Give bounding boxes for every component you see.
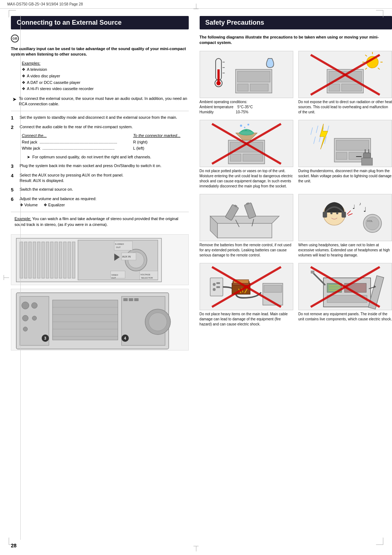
left-column: Connecting to an External Source GB The … (11, 16, 189, 351)
svg-point-40 (22, 302, 29, 309)
diagram-item-thunder: During thunderstorms, disconnect the mai… (298, 120, 392, 189)
rear-panel-svg: S-VIDEO OUT AUX IN VIDEO OUT VOLTAGE SEL… (11, 235, 188, 285)
svg-rect-2 (24, 242, 27, 278)
step-num-2: 2 (11, 124, 17, 160)
svg-rect-53 (237, 71, 270, 82)
example-text-2: A video disc player (27, 73, 60, 80)
bullet-equalizer: ❖ Equalizer (44, 202, 65, 208)
divider-1 (11, 111, 189, 111)
svg-rect-8 (50, 242, 53, 278)
svg-text:AUX IN: AUX IN (122, 255, 131, 258)
step-content-4: Select the AUX source by pressing AUX on… (20, 173, 189, 184)
svg-rect-54 (237, 84, 248, 91)
svg-rect-11 (64, 242, 66, 278)
example-label: Example: (15, 216, 31, 221)
table-row-red: Red jack ...............................… (20, 139, 189, 145)
svg-point-41 (23, 315, 28, 321)
svg-rect-46 (129, 298, 133, 301)
step-note-arrow: ➤ (27, 154, 30, 160)
crosshair-bottom (193, 546, 199, 551)
svg-text:4: 4 (124, 336, 126, 340)
svg-point-82 (240, 125, 242, 127)
header-text: MAX-DS750 GB-25~34 9/19/04 10:58 Page 28 (7, 2, 83, 6)
svg-rect-17 (114, 241, 132, 250)
front-panel-diagram: 3 4 (11, 289, 189, 351)
svg-point-123 (213, 283, 216, 286)
svg-rect-31 (53, 300, 118, 340)
svg-rect-88 (336, 140, 369, 150)
step-num-3: 3 (11, 163, 17, 170)
diamond-bullet-4: ❖ (22, 86, 25, 92)
ambient-caption-line1: Ambient operating conditions: (200, 100, 293, 105)
headphones-svg: ♩ ♪ ♩ VOL (299, 194, 392, 241)
panels-svg (299, 263, 392, 310)
red-jack-text: Red jack ...............................… (22, 140, 117, 144)
corner-mark-br (376, 538, 383, 545)
crosshair-top (193, 4, 199, 9)
table-header-row: Connect the... To the connector marked..… (20, 133, 189, 139)
step-content-2: Connect the audio cable to the rear of t… (20, 124, 189, 160)
diagram-item-panels: Do not remove any equipment panels. The … (298, 263, 392, 327)
cable-svg (200, 263, 293, 310)
svg-line-120 (347, 211, 351, 214)
left-intro: The auxiliary input can be used to take … (11, 46, 189, 57)
corner-mark-tl (9, 10, 16, 17)
front-panel-svg: 3 4 (11, 289, 188, 351)
examples-list: Examples: ❖ A television ❖ A video disc … (22, 60, 189, 92)
svg-rect-126 (216, 286, 220, 288)
step-content-1: Set the system to standby mode and disco… (20, 115, 189, 121)
step-content-3: Plug the system back into the main socke… (20, 163, 189, 170)
svg-rect-148 (311, 271, 314, 274)
ambient-caption: Ambient operating conditions: Ambient te… (200, 100, 293, 115)
safety-intro: The following diagrams illustrate the pr… (200, 35, 392, 46)
step-1: 1 Set the system to standby mode and dis… (11, 115, 189, 121)
ambient-caption-line3: Humidity 10-75% (200, 110, 293, 115)
bullet-volume: ❖ Volume (20, 202, 38, 208)
svg-rect-99 (363, 153, 371, 158)
page-number: 28 (11, 543, 17, 548)
panels-caption: Do not remove any equipment panels. The … (298, 312, 392, 322)
svg-point-39 (149, 313, 167, 331)
diagram-ambient (200, 51, 293, 98)
svg-rect-47 (134, 298, 139, 301)
diagram-plants (200, 120, 293, 167)
svg-line-92 (316, 126, 318, 133)
svg-rect-10 (59, 242, 62, 278)
white-jack-value: L (left) (131, 145, 189, 151)
svg-line-95 (314, 137, 315, 144)
sun-caption: Do not expose the unit to direct sun rad… (298, 100, 392, 115)
table-row-white: White jack .............................… (20, 145, 189, 151)
svg-point-111 (336, 212, 338, 214)
red-jack-label: Red jack ...............................… (20, 139, 131, 145)
svg-rect-7 (46, 242, 49, 278)
arrow-note: ➤ To connect the external source, the so… (12, 96, 189, 107)
step-2-note: ➤ For optimum sound quality, do not inve… (27, 154, 189, 160)
step-num-5: 5 (11, 187, 17, 193)
batteries-caption: Remove the batteries from the remote con… (200, 243, 293, 258)
batteries-svg (200, 194, 293, 241)
svg-line-74 (365, 68, 367, 69)
svg-text:OUT: OUT (116, 246, 121, 248)
step-note-text: For optimum sound quality, do not invert… (32, 154, 151, 160)
svg-rect-89 (336, 152, 347, 159)
diagram-cable (200, 263, 293, 310)
diagram-item-plants: Do not place potted plants or vases on t… (200, 120, 293, 189)
divider-2 (11, 212, 189, 212)
svg-point-118 (366, 217, 379, 230)
svg-rect-102 (362, 158, 372, 165)
example-item-3: ❖ A DAT or DCC cassette player (22, 80, 189, 86)
left-margin-line (20, 15, 21, 540)
example-text-3: A DAT or DCC cassette player (27, 80, 81, 86)
diagram-item-sun: Do not expose the unit to direct sun rad… (298, 51, 392, 115)
step-6: 6 Adjust the volume and balance as requi… (11, 196, 189, 208)
svg-rect-3 (29, 242, 32, 278)
svg-rect-66 (342, 84, 362, 91)
svg-text:S-VIDEO: S-VIDEO (115, 243, 124, 245)
ambient-caption-line2: Ambient temperature 5°C-35°C (200, 105, 293, 110)
svg-text:OUT: OUT (111, 277, 116, 279)
svg-text:SELECTOR: SELECTOR (141, 277, 153, 279)
svg-text:♩: ♩ (352, 204, 355, 210)
example-text: You can watch a film and take advantage … (15, 216, 178, 227)
step-text-3: Plug the system back into the main socke… (20, 163, 162, 168)
svg-text:3: 3 (44, 336, 46, 340)
